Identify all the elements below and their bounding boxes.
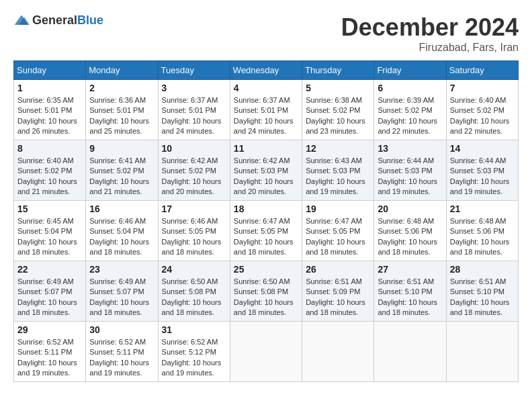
sunrise-label: Sunrise: 6:52 AM xyxy=(17,338,74,346)
sunset-label: Sunset: 5:11 PM xyxy=(17,348,72,356)
day-info: Sunrise: 6:49 AM Sunset: 5:07 PM Dayligh… xyxy=(89,277,154,318)
daylight-label: Daylight: 10 hours and 19 minutes. xyxy=(162,359,222,377)
sunset-label: Sunset: 5:05 PM xyxy=(306,227,360,235)
calendar-cell: 13 Sunrise: 6:44 AM Sunset: 5:03 PM Dayl… xyxy=(374,140,446,201)
day-info: Sunrise: 6:38 AM Sunset: 5:02 PM Dayligh… xyxy=(306,95,370,137)
calendar-cell: 16 Sunrise: 6:46 AM Sunset: 5:04 PM Dayl… xyxy=(86,201,158,261)
sunrise-label: Sunrise: 6:44 AM xyxy=(450,156,506,165)
sunset-label: Sunset: 5:02 PM xyxy=(162,167,216,175)
daylight-label: Daylight: 10 hours and 22 minutes. xyxy=(450,117,510,135)
daylight-label: Daylight: 10 hours and 25 minutes. xyxy=(89,117,149,135)
sunrise-label: Sunrise: 6:35 AM xyxy=(17,96,74,104)
sunrise-label: Sunrise: 6:37 AM xyxy=(234,96,290,104)
day-info: Sunrise: 6:40 AM Sunset: 5:02 PM Dayligh… xyxy=(450,95,515,137)
sunrise-label: Sunrise: 6:42 AM xyxy=(162,156,218,165)
calendar-cell: 1 Sunrise: 6:35 AM Sunset: 5:01 PM Dayli… xyxy=(14,80,86,140)
sunset-label: Sunset: 5:01 PM xyxy=(234,106,288,114)
sunrise-label: Sunrise: 6:51 AM xyxy=(378,277,434,285)
day-info: Sunrise: 6:43 AM Sunset: 5:03 PM Dayligh… xyxy=(306,156,370,197)
logo: GeneralBlue xyxy=(13,13,103,28)
sunrise-label: Sunrise: 6:48 AM xyxy=(450,217,506,225)
sunset-label: Sunset: 5:12 PM xyxy=(162,348,216,356)
calendar-cell: 7 Sunrise: 6:40 AM Sunset: 5:02 PM Dayli… xyxy=(446,80,518,140)
sunset-label: Sunset: 5:03 PM xyxy=(306,167,360,175)
day-info: Sunrise: 6:51 AM Sunset: 5:09 PM Dayligh… xyxy=(306,277,370,318)
daylight-label: Daylight: 10 hours and 18 minutes. xyxy=(162,298,222,316)
day-info: Sunrise: 6:52 AM Sunset: 5:11 PM Dayligh… xyxy=(17,337,82,379)
sunset-label: Sunset: 5:04 PM xyxy=(89,227,144,235)
daylight-label: Daylight: 10 hours and 19 minutes. xyxy=(378,177,437,195)
daylight-label: Daylight: 10 hours and 18 minutes. xyxy=(378,238,437,256)
calendar-cell: 6 Sunrise: 6:39 AM Sunset: 5:02 PM Dayli… xyxy=(374,80,446,140)
day-number: 23 xyxy=(89,264,154,275)
day-info: Sunrise: 6:49 AM Sunset: 5:07 PM Dayligh… xyxy=(17,277,82,318)
daylight-label: Daylight: 10 hours and 19 minutes. xyxy=(17,359,77,377)
day-info: Sunrise: 6:37 AM Sunset: 5:01 PM Dayligh… xyxy=(234,95,298,137)
daylight-label: Daylight: 10 hours and 19 minutes. xyxy=(450,177,510,195)
day-number: 8 xyxy=(17,143,82,154)
day-number: 14 xyxy=(450,143,515,154)
calendar-cell: 14 Sunrise: 6:44 AM Sunset: 5:03 PM Dayl… xyxy=(446,140,518,201)
daylight-label: Daylight: 10 hours and 18 minutes. xyxy=(450,238,510,256)
day-number: 22 xyxy=(17,264,82,275)
day-number: 19 xyxy=(306,203,370,214)
day-number: 11 xyxy=(234,143,298,154)
sunset-label: Sunset: 5:06 PM xyxy=(450,227,504,235)
day-info: Sunrise: 6:46 AM Sunset: 5:05 PM Dayligh… xyxy=(162,216,226,258)
daylight-label: Daylight: 10 hours and 18 minutes. xyxy=(162,238,222,256)
weekday-header-tuesday: Tuesday xyxy=(158,61,230,80)
calendar-cell: 9 Sunrise: 6:41 AM Sunset: 5:02 PM Dayli… xyxy=(86,140,158,201)
sunrise-label: Sunrise: 6:42 AM xyxy=(234,156,290,165)
daylight-label: Daylight: 10 hours and 18 minutes. xyxy=(306,238,365,256)
sunrise-label: Sunrise: 6:36 AM xyxy=(89,96,146,104)
day-info: Sunrise: 6:35 AM Sunset: 5:01 PM Dayligh… xyxy=(17,95,82,137)
day-number: 12 xyxy=(306,143,370,154)
daylight-label: Daylight: 10 hours and 24 minutes. xyxy=(162,117,222,135)
sunset-label: Sunset: 5:08 PM xyxy=(162,287,216,295)
day-info: Sunrise: 6:45 AM Sunset: 5:04 PM Dayligh… xyxy=(17,216,82,258)
sunrise-label: Sunrise: 6:40 AM xyxy=(450,96,506,104)
daylight-label: Daylight: 10 hours and 24 minutes. xyxy=(234,117,294,135)
day-info: Sunrise: 6:44 AM Sunset: 5:03 PM Dayligh… xyxy=(450,156,515,197)
day-info: Sunrise: 6:51 AM Sunset: 5:10 PM Dayligh… xyxy=(378,277,442,318)
day-number: 3 xyxy=(162,83,226,93)
day-info: Sunrise: 6:46 AM Sunset: 5:04 PM Dayligh… xyxy=(89,216,154,258)
day-info: Sunrise: 6:42 AM Sunset: 5:03 PM Dayligh… xyxy=(234,156,298,197)
sunset-label: Sunset: 5:06 PM xyxy=(378,227,432,235)
sunrise-label: Sunrise: 6:38 AM xyxy=(306,96,362,104)
calendar-cell: 23 Sunrise: 6:49 AM Sunset: 5:07 PM Dayl… xyxy=(86,261,158,322)
sunset-label: Sunset: 5:05 PM xyxy=(234,227,288,235)
day-info: Sunrise: 6:37 AM Sunset: 5:01 PM Dayligh… xyxy=(162,95,226,137)
sunrise-label: Sunrise: 6:44 AM xyxy=(378,156,434,165)
day-number: 13 xyxy=(378,143,442,154)
day-info: Sunrise: 6:52 AM Sunset: 5:11 PM Dayligh… xyxy=(89,337,154,379)
calendar-cell xyxy=(230,322,302,382)
weekday-header-monday: Monday xyxy=(86,61,158,80)
day-number: 27 xyxy=(378,264,442,275)
calendar-cell: 12 Sunrise: 6:43 AM Sunset: 5:03 PM Dayl… xyxy=(302,140,374,201)
sunset-label: Sunset: 5:02 PM xyxy=(378,106,432,114)
day-info: Sunrise: 6:41 AM Sunset: 5:02 PM Dayligh… xyxy=(89,156,154,197)
day-number: 21 xyxy=(450,203,515,214)
sunset-label: Sunset: 5:02 PM xyxy=(17,167,72,175)
sunset-label: Sunset: 5:11 PM xyxy=(89,348,144,356)
calendar-cell: 26 Sunrise: 6:51 AM Sunset: 5:09 PM Dayl… xyxy=(302,261,374,322)
calendar-cell: 22 Sunrise: 6:49 AM Sunset: 5:07 PM Dayl… xyxy=(14,261,86,322)
daylight-label: Daylight: 10 hours and 19 minutes. xyxy=(89,359,149,377)
day-number: 30 xyxy=(89,324,154,335)
sunset-label: Sunset: 5:04 PM xyxy=(17,227,72,235)
daylight-label: Daylight: 10 hours and 18 minutes. xyxy=(89,298,149,316)
calendar-table: SundayMondayTuesdayWednesdayThursdayFrid… xyxy=(13,60,519,382)
calendar-cell: 5 Sunrise: 6:38 AM Sunset: 5:02 PM Dayli… xyxy=(302,80,374,140)
weekday-header-row: SundayMondayTuesdayWednesdayThursdayFrid… xyxy=(14,61,519,80)
sunrise-label: Sunrise: 6:52 AM xyxy=(89,338,146,346)
calendar-cell: 24 Sunrise: 6:50 AM Sunset: 5:08 PM Dayl… xyxy=(158,261,230,322)
day-number: 2 xyxy=(89,83,154,93)
sunset-label: Sunset: 5:03 PM xyxy=(378,167,432,175)
sunset-label: Sunset: 5:10 PM xyxy=(450,287,504,295)
calendar-week-row: 29 Sunrise: 6:52 AM Sunset: 5:11 PM Dayl… xyxy=(14,322,519,382)
sunset-label: Sunset: 5:07 PM xyxy=(17,287,72,295)
calendar-week-row: 22 Sunrise: 6:49 AM Sunset: 5:07 PM Dayl… xyxy=(14,261,519,322)
day-info: Sunrise: 6:48 AM Sunset: 5:06 PM Dayligh… xyxy=(378,216,442,258)
day-number: 16 xyxy=(89,203,154,214)
